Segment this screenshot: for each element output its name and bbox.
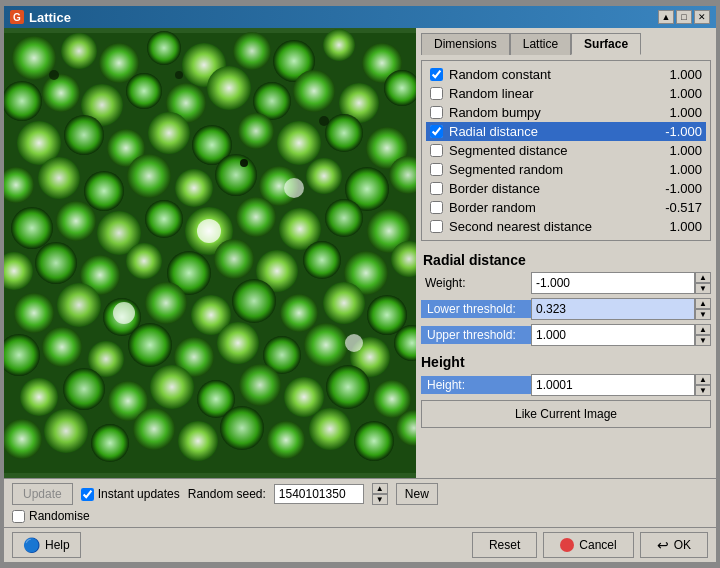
- reset-button[interactable]: Reset: [472, 532, 537, 558]
- random-bumpy-checkbox[interactable]: [430, 106, 443, 119]
- svg-point-90: [178, 421, 218, 461]
- svg-point-88: [91, 424, 129, 462]
- like-current-button[interactable]: Like Current Image: [421, 400, 711, 428]
- tab-dimensions[interactable]: Dimensions: [421, 33, 510, 55]
- help-button[interactable]: 🔵 Help: [12, 532, 81, 558]
- height-input[interactable]: [531, 374, 695, 396]
- surface-item-radial-distance[interactable]: Radial distance -1.000: [426, 122, 706, 141]
- svg-point-15: [207, 66, 251, 110]
- random-linear-value: 1.000: [657, 86, 702, 101]
- upper-spin-down[interactable]: ▼: [695, 335, 711, 346]
- weight-spin-down[interactable]: ▼: [695, 283, 711, 294]
- svg-point-63: [232, 279, 276, 323]
- svg-point-11: [42, 74, 80, 112]
- height-spin-up[interactable]: ▲: [695, 374, 711, 385]
- minimize-button[interactable]: ▲: [658, 10, 674, 24]
- random-linear-checkbox[interactable]: [430, 87, 443, 100]
- svg-point-26: [277, 121, 321, 165]
- svg-point-13: [126, 73, 162, 109]
- title-buttons: ▲ □ ✕: [658, 10, 710, 24]
- border-distance-value: -1.000: [657, 181, 702, 196]
- random-linear-label: Random linear: [449, 86, 657, 101]
- cancel-button[interactable]: Cancel: [543, 532, 633, 558]
- instant-updates-label[interactable]: Instant updates: [81, 487, 180, 501]
- random-constant-checkbox[interactable]: [430, 68, 443, 81]
- svg-point-82: [239, 364, 281, 406]
- random-seed-input[interactable]: [274, 484, 364, 504]
- instant-updates-checkbox[interactable]: [81, 488, 94, 501]
- svg-point-64: [280, 294, 318, 332]
- surface-item-random-linear[interactable]: Random linear 1.000: [426, 84, 706, 103]
- lower-threshold-input[interactable]: [531, 298, 695, 320]
- cancel-icon: [560, 538, 574, 552]
- svg-point-72: [217, 322, 259, 364]
- title-bar: G Lattice ▲ □ ✕: [4, 6, 716, 28]
- svg-point-93: [309, 408, 351, 450]
- svg-point-32: [127, 154, 171, 198]
- weight-input-wrap: ▲ ▼: [531, 272, 711, 294]
- svg-point-59: [57, 283, 101, 327]
- action-row: 🔵 Help Reset Cancel ↩ OK: [4, 527, 716, 562]
- svg-point-27: [325, 114, 363, 152]
- svg-point-8: [323, 29, 355, 61]
- border-random-checkbox[interactable]: [430, 201, 443, 214]
- bottom-row2: Randomise: [12, 509, 708, 523]
- radial-distance-checkbox[interactable]: [430, 125, 443, 138]
- randomise-text: Randomise: [29, 509, 90, 523]
- lower-spin-down[interactable]: ▼: [695, 309, 711, 320]
- weight-input[interactable]: [531, 272, 695, 294]
- randomise-label[interactable]: Randomise: [12, 509, 90, 523]
- detail-section-title: Radial distance: [421, 252, 711, 268]
- upper-threshold-field-row: Upper threshold: ▲ ▼: [421, 324, 711, 346]
- surface-item-border-random[interactable]: Border random -0.517: [426, 198, 706, 217]
- seed-spin-buttons: ▲ ▼: [372, 483, 388, 505]
- segmented-distance-checkbox[interactable]: [430, 144, 443, 157]
- surface-item-random-bumpy[interactable]: Random bumpy 1.000: [426, 103, 706, 122]
- svg-point-101: [175, 71, 183, 79]
- preview-canvas: [4, 28, 416, 478]
- svg-point-78: [63, 368, 105, 410]
- ok-button[interactable]: ↩ OK: [640, 532, 708, 558]
- upper-spin-up[interactable]: ▲: [695, 324, 711, 335]
- update-button[interactable]: Update: [12, 483, 73, 505]
- ok-icon: ↩: [657, 537, 669, 553]
- lower-spin-up[interactable]: ▲: [695, 298, 711, 309]
- upper-threshold-spin-buttons: ▲ ▼: [695, 324, 711, 346]
- svg-point-84: [326, 365, 370, 409]
- tab-surface[interactable]: Surface: [571, 33, 641, 55]
- weight-spin-up[interactable]: ▲: [695, 272, 711, 283]
- second-nearest-label: Second nearest distance: [449, 219, 657, 234]
- second-nearest-checkbox[interactable]: [430, 220, 443, 233]
- segmented-random-checkbox[interactable]: [430, 163, 443, 176]
- surface-item-border-distance[interactable]: Border distance -1.000: [426, 179, 706, 198]
- height-label: Height:: [421, 376, 531, 394]
- seed-spin-down[interactable]: ▼: [372, 494, 388, 505]
- svg-point-2: [61, 33, 97, 69]
- border-random-label: Border random: [449, 200, 657, 215]
- surface-item-random-constant[interactable]: Random constant 1.000: [426, 65, 706, 84]
- close-button[interactable]: ✕: [694, 10, 710, 24]
- tab-lattice[interactable]: Lattice: [510, 33, 571, 55]
- maximize-button[interactable]: □: [676, 10, 692, 24]
- lower-threshold-spin-buttons: ▲ ▼: [695, 298, 711, 320]
- surface-list: Random constant 1.000 Random linear 1.00…: [426, 65, 706, 236]
- upper-threshold-input[interactable]: [531, 324, 695, 346]
- bottom-row1: Update Instant updates Random seed: ▲ ▼ …: [12, 483, 708, 505]
- surface-item-second-nearest[interactable]: Second nearest distance 1.000: [426, 217, 706, 236]
- like-current-label: Like Current Image: [515, 407, 617, 421]
- surface-item-segmented-random[interactable]: Segmented random 1.000: [426, 160, 706, 179]
- svg-point-58: [14, 293, 54, 333]
- upper-threshold-input-wrap: ▲ ▼: [531, 324, 711, 346]
- segmented-random-value: 1.000: [657, 162, 702, 177]
- svg-point-65: [323, 282, 365, 324]
- seed-spin-up[interactable]: ▲: [372, 483, 388, 494]
- lower-threshold-input-wrap: ▲ ▼: [531, 298, 711, 320]
- height-spin-down[interactable]: ▼: [695, 385, 711, 396]
- surface-item-segmented-distance[interactable]: Segmented distance 1.000: [426, 141, 706, 160]
- random-seed-label: Random seed:: [188, 487, 266, 501]
- new-button[interactable]: New: [396, 483, 438, 505]
- border-distance-checkbox[interactable]: [430, 182, 443, 195]
- randomise-checkbox[interactable]: [12, 510, 25, 523]
- segmented-random-label: Segmented random: [449, 162, 657, 177]
- segmented-distance-label: Segmented distance: [449, 143, 657, 158]
